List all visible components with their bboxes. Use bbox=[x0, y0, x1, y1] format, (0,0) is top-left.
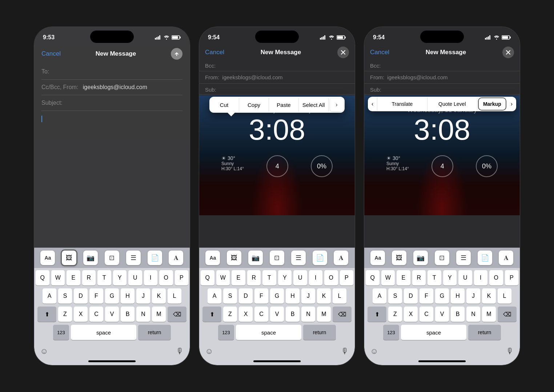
key3-v[interactable]: V bbox=[435, 307, 449, 322]
key2-o[interactable]: O bbox=[324, 270, 338, 285]
key2-t[interactable]: T bbox=[262, 270, 276, 285]
key2-k[interactable]: K bbox=[317, 288, 331, 304]
key-c[interactable]: C bbox=[89, 307, 103, 322]
key-shift[interactable]: ⬆ bbox=[37, 307, 56, 322]
kb-tool-aa-3[interactable]: Aa bbox=[370, 251, 385, 265]
key2-shift[interactable]: ⬆ bbox=[202, 307, 221, 322]
kb-tool-camera-1[interactable]: 📷 bbox=[83, 251, 98, 265]
key2-r[interactable]: R bbox=[247, 270, 261, 285]
key-g[interactable]: G bbox=[105, 288, 119, 304]
close-button-3[interactable] bbox=[502, 47, 514, 58]
kb-tool-a-3[interactable]: 𝐀 bbox=[499, 251, 513, 265]
key-q[interactable]: Q bbox=[36, 270, 49, 285]
kb-tool-a-2[interactable]: 𝐀 bbox=[334, 251, 348, 265]
key2-y[interactable]: Y bbox=[278, 270, 292, 285]
key2-c[interactable]: C bbox=[254, 307, 268, 322]
key2-w[interactable]: W bbox=[216, 270, 230, 285]
key-e[interactable]: E bbox=[67, 270, 80, 285]
emoji-icon-1[interactable]: ☺ bbox=[40, 347, 48, 356]
kb-tool-doc-3[interactable]: 📄 bbox=[478, 251, 492, 265]
key3-w[interactable]: W bbox=[381, 270, 395, 285]
quote-level-button-3[interactable]: Quote Level bbox=[427, 97, 477, 111]
key-v[interactable]: V bbox=[105, 307, 119, 322]
kb-tool-camera-3[interactable]: 📷 bbox=[413, 251, 428, 265]
key2-d[interactable]: D bbox=[239, 288, 253, 304]
key-p[interactable]: P bbox=[175, 270, 189, 285]
kb-tool-aa-2[interactable]: Aa bbox=[205, 251, 220, 265]
key-n[interactable]: N bbox=[136, 307, 150, 322]
key-return[interactable]: return bbox=[138, 325, 171, 340]
chevron-left-button-3[interactable]: ‹ bbox=[368, 97, 377, 111]
key3-123[interactable]: 123 bbox=[383, 325, 399, 340]
key3-u[interactable]: U bbox=[458, 270, 472, 285]
paste-button-2[interactable]: Paste bbox=[269, 98, 299, 112]
kb-tool-aa-1[interactable]: Aa bbox=[40, 251, 55, 265]
key-d[interactable]: D bbox=[74, 288, 88, 304]
key-r[interactable]: R bbox=[82, 270, 96, 285]
key-123[interactable]: 123 bbox=[53, 325, 69, 340]
key3-e[interactable]: E bbox=[397, 270, 410, 285]
kb-tool-photos-1[interactable]: 🖼 bbox=[62, 251, 76, 265]
select-all-button-2[interactable]: Select All bbox=[299, 98, 329, 112]
kb-tool-photos-2[interactable]: 🖼 bbox=[227, 251, 241, 265]
key2-v[interactable]: V bbox=[270, 307, 284, 322]
key-a[interactable]: A bbox=[43, 288, 56, 304]
key3-i[interactable]: I bbox=[474, 270, 488, 285]
key3-r[interactable]: R bbox=[412, 270, 426, 285]
key2-z[interactable]: Z bbox=[223, 307, 237, 322]
key-i[interactable]: I bbox=[144, 270, 158, 285]
key2-f[interactable]: F bbox=[254, 288, 268, 304]
key2-u[interactable]: U bbox=[293, 270, 307, 285]
kb-tool-doc-2[interactable]: 📄 bbox=[313, 251, 327, 265]
key3-x[interactable]: X bbox=[404, 307, 418, 322]
key3-y[interactable]: Y bbox=[443, 270, 457, 285]
kb-tool-scan-1[interactable]: ⊡ bbox=[105, 251, 119, 265]
emoji-icon-2[interactable]: ☺ bbox=[205, 347, 213, 356]
ccbcc-field-1[interactable]: Cc/Bcc, From: igeeksblogs@icloud.com bbox=[41, 80, 182, 95]
key3-q[interactable]: Q bbox=[366, 270, 380, 285]
key-u[interactable]: U bbox=[128, 270, 142, 285]
key3-c[interactable]: C bbox=[419, 307, 433, 322]
key2-l[interactable]: L bbox=[333, 288, 346, 304]
key2-m[interactable]: M bbox=[317, 307, 331, 322]
key2-x[interactable]: X bbox=[239, 307, 253, 322]
key2-a[interactable]: A bbox=[208, 288, 221, 304]
cancel-button-3[interactable]: Cancel bbox=[370, 49, 389, 56]
chevron-right-button-3[interactable]: › bbox=[507, 97, 516, 111]
key3-l[interactable]: L bbox=[498, 288, 511, 304]
key-l[interactable]: L bbox=[168, 288, 181, 304]
key-m[interactable]: M bbox=[152, 307, 166, 322]
key-h[interactable]: H bbox=[121, 288, 135, 304]
keyboard-2[interactable]: Aa 🖼 📷 ⊡ ☰ 📄 𝐀 Q W E R T Y bbox=[199, 248, 355, 365]
key3-t[interactable]: T bbox=[427, 270, 441, 285]
key-b[interactable]: B bbox=[121, 307, 135, 322]
key2-e[interactable]: E bbox=[232, 270, 245, 285]
key2-return[interactable]: return bbox=[303, 325, 336, 340]
emoji-icon-3[interactable]: ☺ bbox=[370, 347, 378, 356]
mail-body-1[interactable] bbox=[41, 111, 182, 140]
key2-i[interactable]: I bbox=[309, 270, 323, 285]
key-o[interactable]: O bbox=[159, 270, 173, 285]
kb-tool-scan-2[interactable]: ⊡ bbox=[270, 251, 284, 265]
key3-j[interactable]: J bbox=[466, 288, 480, 304]
key3-k[interactable]: K bbox=[482, 288, 496, 304]
key-y[interactable]: Y bbox=[113, 270, 127, 285]
key3-g[interactable]: G bbox=[435, 288, 449, 304]
send-button-1[interactable] bbox=[171, 48, 182, 60]
key-j[interactable]: J bbox=[136, 288, 150, 304]
key3-z[interactable]: Z bbox=[388, 307, 402, 322]
key2-g[interactable]: G bbox=[270, 288, 284, 304]
key2-b[interactable]: B bbox=[286, 307, 300, 322]
key-z[interactable]: Z bbox=[58, 307, 72, 322]
key3-d[interactable]: D bbox=[404, 288, 418, 304]
key-t[interactable]: T bbox=[97, 270, 111, 285]
to-field-1[interactable]: To: bbox=[41, 64, 182, 80]
key2-q[interactable]: Q bbox=[201, 270, 214, 285]
key2-s[interactable]: S bbox=[223, 288, 237, 304]
key2-p[interactable]: P bbox=[340, 270, 354, 285]
copy-button-2[interactable]: Copy bbox=[239, 98, 269, 112]
cancel-button-2[interactable]: Cancel bbox=[205, 49, 224, 56]
key2-j[interactable]: J bbox=[301, 288, 315, 304]
key-delete[interactable]: ⌫ bbox=[168, 307, 186, 322]
mic-icon-3[interactable]: 🎙 bbox=[506, 347, 514, 356]
